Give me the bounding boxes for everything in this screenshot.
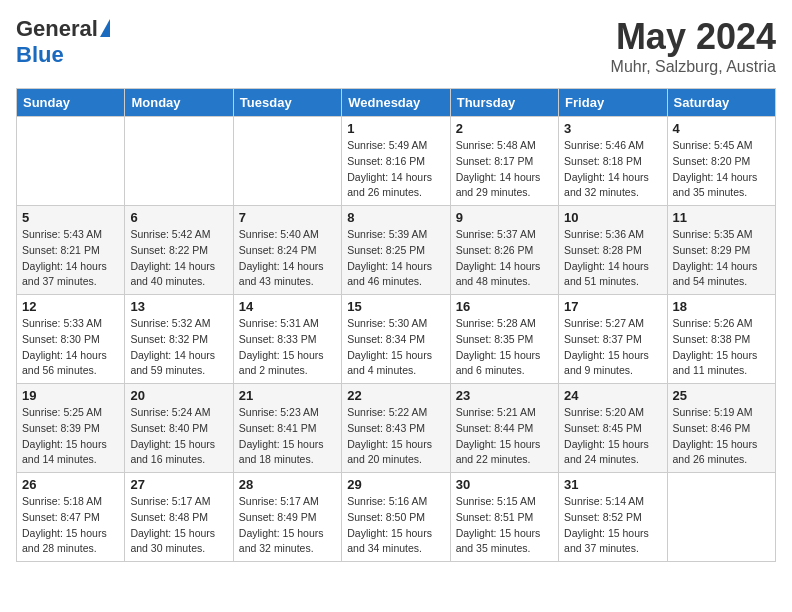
day-info: Sunrise: 5:24 AM Sunset: 8:40 PM Dayligh… xyxy=(130,405,227,468)
calendar-table: SundayMondayTuesdayWednesdayThursdayFrid… xyxy=(16,88,776,562)
calendar-cell: 22Sunrise: 5:22 AM Sunset: 8:43 PM Dayli… xyxy=(342,384,450,473)
day-number: 23 xyxy=(456,388,553,403)
day-info: Sunrise: 5:28 AM Sunset: 8:35 PM Dayligh… xyxy=(456,316,553,379)
day-info: Sunrise: 5:30 AM Sunset: 8:34 PM Dayligh… xyxy=(347,316,444,379)
day-number: 19 xyxy=(22,388,119,403)
day-info: Sunrise: 5:43 AM Sunset: 8:21 PM Dayligh… xyxy=(22,227,119,290)
calendar-cell: 12Sunrise: 5:33 AM Sunset: 8:30 PM Dayli… xyxy=(17,295,125,384)
calendar-header-saturday: Saturday xyxy=(667,89,775,117)
calendar-cell: 9Sunrise: 5:37 AM Sunset: 8:26 PM Daylig… xyxy=(450,206,558,295)
day-info: Sunrise: 5:35 AM Sunset: 8:29 PM Dayligh… xyxy=(673,227,770,290)
day-number: 10 xyxy=(564,210,661,225)
calendar-header-sunday: Sunday xyxy=(17,89,125,117)
calendar-header-wednesday: Wednesday xyxy=(342,89,450,117)
day-number: 12 xyxy=(22,299,119,314)
day-number: 20 xyxy=(130,388,227,403)
day-info: Sunrise: 5:17 AM Sunset: 8:49 PM Dayligh… xyxy=(239,494,336,557)
calendar-cell: 17Sunrise: 5:27 AM Sunset: 8:37 PM Dayli… xyxy=(559,295,667,384)
calendar-cell: 29Sunrise: 5:16 AM Sunset: 8:50 PM Dayli… xyxy=(342,473,450,562)
day-info: Sunrise: 5:14 AM Sunset: 8:52 PM Dayligh… xyxy=(564,494,661,557)
calendar-cell xyxy=(233,117,341,206)
day-info: Sunrise: 5:33 AM Sunset: 8:30 PM Dayligh… xyxy=(22,316,119,379)
calendar-cell: 20Sunrise: 5:24 AM Sunset: 8:40 PM Dayli… xyxy=(125,384,233,473)
day-info: Sunrise: 5:32 AM Sunset: 8:32 PM Dayligh… xyxy=(130,316,227,379)
calendar-cell xyxy=(667,473,775,562)
calendar-cell: 14Sunrise: 5:31 AM Sunset: 8:33 PM Dayli… xyxy=(233,295,341,384)
calendar-cell: 28Sunrise: 5:17 AM Sunset: 8:49 PM Dayli… xyxy=(233,473,341,562)
day-info: Sunrise: 5:27 AM Sunset: 8:37 PM Dayligh… xyxy=(564,316,661,379)
calendar-cell: 10Sunrise: 5:36 AM Sunset: 8:28 PM Dayli… xyxy=(559,206,667,295)
logo: General Blue xyxy=(16,16,110,68)
day-info: Sunrise: 5:45 AM Sunset: 8:20 PM Dayligh… xyxy=(673,138,770,201)
day-number: 18 xyxy=(673,299,770,314)
day-info: Sunrise: 5:36 AM Sunset: 8:28 PM Dayligh… xyxy=(564,227,661,290)
calendar-cell: 13Sunrise: 5:32 AM Sunset: 8:32 PM Dayli… xyxy=(125,295,233,384)
calendar-cell xyxy=(17,117,125,206)
day-number: 16 xyxy=(456,299,553,314)
calendar-week-row: 5Sunrise: 5:43 AM Sunset: 8:21 PM Daylig… xyxy=(17,206,776,295)
day-info: Sunrise: 5:46 AM Sunset: 8:18 PM Dayligh… xyxy=(564,138,661,201)
calendar-header-thursday: Thursday xyxy=(450,89,558,117)
day-info: Sunrise: 5:42 AM Sunset: 8:22 PM Dayligh… xyxy=(130,227,227,290)
logo-triangle-icon xyxy=(100,19,110,37)
calendar-cell: 8Sunrise: 5:39 AM Sunset: 8:25 PM Daylig… xyxy=(342,206,450,295)
calendar-cell: 4Sunrise: 5:45 AM Sunset: 8:20 PM Daylig… xyxy=(667,117,775,206)
logo-general: General xyxy=(16,16,98,42)
calendar-cell: 18Sunrise: 5:26 AM Sunset: 8:38 PM Dayli… xyxy=(667,295,775,384)
day-info: Sunrise: 5:20 AM Sunset: 8:45 PM Dayligh… xyxy=(564,405,661,468)
day-number: 27 xyxy=(130,477,227,492)
day-info: Sunrise: 5:48 AM Sunset: 8:17 PM Dayligh… xyxy=(456,138,553,201)
day-info: Sunrise: 5:37 AM Sunset: 8:26 PM Dayligh… xyxy=(456,227,553,290)
calendar-cell: 31Sunrise: 5:14 AM Sunset: 8:52 PM Dayli… xyxy=(559,473,667,562)
calendar-week-row: 1Sunrise: 5:49 AM Sunset: 8:16 PM Daylig… xyxy=(17,117,776,206)
day-number: 3 xyxy=(564,121,661,136)
calendar-header-row: SundayMondayTuesdayWednesdayThursdayFrid… xyxy=(17,89,776,117)
calendar-cell: 1Sunrise: 5:49 AM Sunset: 8:16 PM Daylig… xyxy=(342,117,450,206)
calendar-cell: 5Sunrise: 5:43 AM Sunset: 8:21 PM Daylig… xyxy=(17,206,125,295)
calendar-week-row: 26Sunrise: 5:18 AM Sunset: 8:47 PM Dayli… xyxy=(17,473,776,562)
day-number: 17 xyxy=(564,299,661,314)
calendar-week-row: 19Sunrise: 5:25 AM Sunset: 8:39 PM Dayli… xyxy=(17,384,776,473)
day-number: 13 xyxy=(130,299,227,314)
calendar-cell: 15Sunrise: 5:30 AM Sunset: 8:34 PM Dayli… xyxy=(342,295,450,384)
location-title: Muhr, Salzburg, Austria xyxy=(611,58,776,76)
day-info: Sunrise: 5:19 AM Sunset: 8:46 PM Dayligh… xyxy=(673,405,770,468)
calendar-header-friday: Friday xyxy=(559,89,667,117)
day-info: Sunrise: 5:15 AM Sunset: 8:51 PM Dayligh… xyxy=(456,494,553,557)
calendar-cell: 25Sunrise: 5:19 AM Sunset: 8:46 PM Dayli… xyxy=(667,384,775,473)
day-number: 15 xyxy=(347,299,444,314)
calendar-cell: 21Sunrise: 5:23 AM Sunset: 8:41 PM Dayli… xyxy=(233,384,341,473)
calendar-cell xyxy=(125,117,233,206)
calendar-cell: 26Sunrise: 5:18 AM Sunset: 8:47 PM Dayli… xyxy=(17,473,125,562)
logo-blue: Blue xyxy=(16,42,64,68)
calendar-cell: 23Sunrise: 5:21 AM Sunset: 8:44 PM Dayli… xyxy=(450,384,558,473)
calendar-cell: 30Sunrise: 5:15 AM Sunset: 8:51 PM Dayli… xyxy=(450,473,558,562)
day-number: 21 xyxy=(239,388,336,403)
day-number: 7 xyxy=(239,210,336,225)
day-info: Sunrise: 5:17 AM Sunset: 8:48 PM Dayligh… xyxy=(130,494,227,557)
day-info: Sunrise: 5:25 AM Sunset: 8:39 PM Dayligh… xyxy=(22,405,119,468)
calendar-cell: 16Sunrise: 5:28 AM Sunset: 8:35 PM Dayli… xyxy=(450,295,558,384)
title-block: May 2024 Muhr, Salzburg, Austria xyxy=(611,16,776,76)
page-header: General Blue May 2024 Muhr, Salzburg, Au… xyxy=(16,16,776,76)
day-info: Sunrise: 5:26 AM Sunset: 8:38 PM Dayligh… xyxy=(673,316,770,379)
day-number: 14 xyxy=(239,299,336,314)
calendar-cell: 11Sunrise: 5:35 AM Sunset: 8:29 PM Dayli… xyxy=(667,206,775,295)
calendar-cell: 24Sunrise: 5:20 AM Sunset: 8:45 PM Dayli… xyxy=(559,384,667,473)
day-info: Sunrise: 5:18 AM Sunset: 8:47 PM Dayligh… xyxy=(22,494,119,557)
day-number: 9 xyxy=(456,210,553,225)
day-info: Sunrise: 5:49 AM Sunset: 8:16 PM Dayligh… xyxy=(347,138,444,201)
calendar-week-row: 12Sunrise: 5:33 AM Sunset: 8:30 PM Dayli… xyxy=(17,295,776,384)
day-number: 30 xyxy=(456,477,553,492)
calendar-cell: 7Sunrise: 5:40 AM Sunset: 8:24 PM Daylig… xyxy=(233,206,341,295)
day-info: Sunrise: 5:31 AM Sunset: 8:33 PM Dayligh… xyxy=(239,316,336,379)
day-number: 4 xyxy=(673,121,770,136)
day-number: 29 xyxy=(347,477,444,492)
day-number: 24 xyxy=(564,388,661,403)
day-number: 5 xyxy=(22,210,119,225)
day-info: Sunrise: 5:39 AM Sunset: 8:25 PM Dayligh… xyxy=(347,227,444,290)
day-info: Sunrise: 5:21 AM Sunset: 8:44 PM Dayligh… xyxy=(456,405,553,468)
day-number: 25 xyxy=(673,388,770,403)
day-number: 8 xyxy=(347,210,444,225)
calendar-cell: 19Sunrise: 5:25 AM Sunset: 8:39 PM Dayli… xyxy=(17,384,125,473)
